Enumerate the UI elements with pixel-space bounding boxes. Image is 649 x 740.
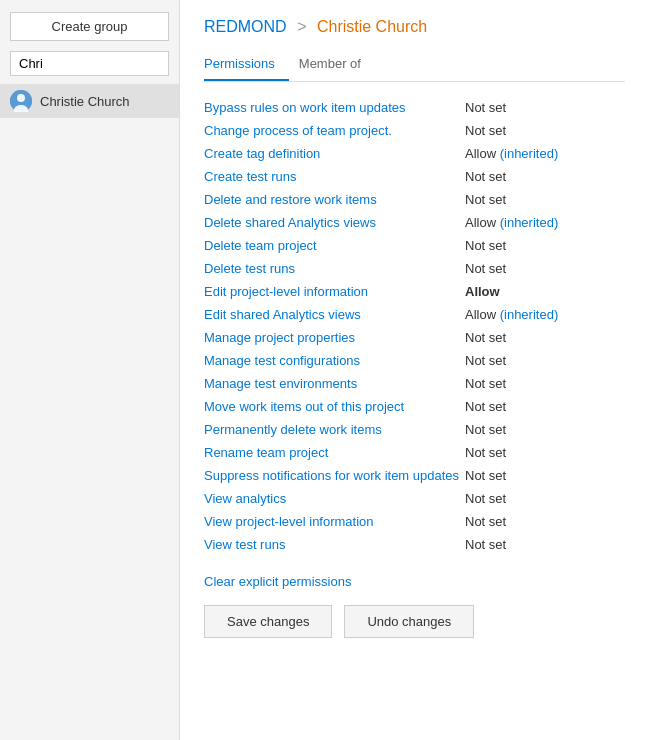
permission-label[interactable]: Create tag definition <box>204 146 465 161</box>
clear-explicit-permissions-link[interactable]: Clear explicit permissions <box>204 574 625 589</box>
permission-label[interactable]: Manage test configurations <box>204 353 465 368</box>
table-row: Manage test environmentsNot set <box>204 372 625 395</box>
table-row: Delete and restore work itemsNot set <box>204 188 625 211</box>
permission-value: Not set <box>465 123 625 138</box>
permission-value: Allow (inherited) <box>465 307 625 322</box>
table-row: View test runsNot set <box>204 533 625 556</box>
permission-label[interactable]: Manage test environments <box>204 376 465 391</box>
breadcrumb-org: REDMOND <box>204 18 287 35</box>
permission-label[interactable]: View project-level information <box>204 514 465 529</box>
permission-value: Not set <box>465 491 625 506</box>
permission-label[interactable]: Manage project properties <box>204 330 465 345</box>
table-row: View project-level informationNot set <box>204 510 625 533</box>
permission-label[interactable]: Change process of team project. <box>204 123 465 138</box>
tab-member-of[interactable]: Member of <box>299 50 375 81</box>
sidebar-item-label: Christie Church <box>40 94 130 109</box>
search-input[interactable] <box>10 51 169 76</box>
breadcrumb-user: Christie Church <box>317 18 427 35</box>
permission-label[interactable]: Edit project-level information <box>204 284 465 299</box>
permission-label[interactable]: Delete shared Analytics views <box>204 215 465 230</box>
table-row: Manage project propertiesNot set <box>204 326 625 349</box>
table-row: Delete shared Analytics viewsAllow (inhe… <box>204 211 625 234</box>
permission-value: Not set <box>465 238 625 253</box>
permission-label[interactable]: View analytics <box>204 491 465 506</box>
table-row: Delete test runsNot set <box>204 257 625 280</box>
permission-value: Not set <box>465 330 625 345</box>
permission-value: Not set <box>465 353 625 368</box>
permission-label[interactable]: View test runs <box>204 537 465 552</box>
main-content: REDMOND > Christie Church Permissions Me… <box>180 0 649 740</box>
sidebar: Create group Christie Church <box>0 0 180 740</box>
permission-value: Not set <box>465 537 625 552</box>
permission-value: Not set <box>465 468 625 483</box>
permission-value: Not set <box>465 261 625 276</box>
table-row: Rename team projectNot set <box>204 441 625 464</box>
tab-permissions[interactable]: Permissions <box>204 50 289 81</box>
table-row: Create tag definitionAllow (inherited) <box>204 142 625 165</box>
table-row: Suppress notifications for work item upd… <box>204 464 625 487</box>
table-row: View analyticsNot set <box>204 487 625 510</box>
permission-value: Allow (inherited) <box>465 215 625 230</box>
permission-label[interactable]: Create test runs <box>204 169 465 184</box>
action-buttons: Save changes Undo changes <box>204 605 625 638</box>
permission-value: Not set <box>465 422 625 437</box>
table-row: Manage test configurationsNot set <box>204 349 625 372</box>
permission-label[interactable]: Rename team project <box>204 445 465 460</box>
sidebar-item-christie-church[interactable]: Christie Church <box>0 84 179 118</box>
table-row: Bypass rules on work item updatesNot set <box>204 96 625 119</box>
breadcrumb-separator: > <box>297 18 306 35</box>
table-row: Edit project-level informationAllow <box>204 280 625 303</box>
permission-label[interactable]: Move work items out of this project <box>204 399 465 414</box>
permission-label[interactable]: Delete test runs <box>204 261 465 276</box>
permission-value: Not set <box>465 376 625 391</box>
table-row: Edit shared Analytics viewsAllow (inheri… <box>204 303 625 326</box>
table-row: Move work items out of this projectNot s… <box>204 395 625 418</box>
permission-value: Not set <box>465 445 625 460</box>
avatar <box>10 90 32 112</box>
permission-label[interactable]: Permanently delete work items <box>204 422 465 437</box>
table-row: Create test runsNot set <box>204 165 625 188</box>
permission-label[interactable]: Edit shared Analytics views <box>204 307 465 322</box>
permission-value: Not set <box>465 192 625 207</box>
permission-label[interactable]: Delete team project <box>204 238 465 253</box>
permission-label[interactable]: Bypass rules on work item updates <box>204 100 465 115</box>
undo-changes-button[interactable]: Undo changes <box>344 605 474 638</box>
table-row: Change process of team project.Not set <box>204 119 625 142</box>
save-changes-button[interactable]: Save changes <box>204 605 332 638</box>
permission-value: Allow (inherited) <box>465 146 625 161</box>
permission-value: Not set <box>465 169 625 184</box>
tabs: Permissions Member of <box>204 50 625 82</box>
breadcrumb: REDMOND > Christie Church <box>204 18 625 36</box>
permissions-list: Bypass rules on work item updatesNot set… <box>204 96 625 556</box>
permission-value: Not set <box>465 514 625 529</box>
create-group-button[interactable]: Create group <box>10 12 169 41</box>
permission-value: Allow <box>465 284 625 299</box>
svg-point-1 <box>17 94 25 102</box>
permission-value: Not set <box>465 100 625 115</box>
permission-label[interactable]: Suppress notifications for work item upd… <box>204 468 465 483</box>
permission-value: Not set <box>465 399 625 414</box>
table-row: Delete team projectNot set <box>204 234 625 257</box>
permission-label[interactable]: Delete and restore work items <box>204 192 465 207</box>
table-row: Permanently delete work itemsNot set <box>204 418 625 441</box>
